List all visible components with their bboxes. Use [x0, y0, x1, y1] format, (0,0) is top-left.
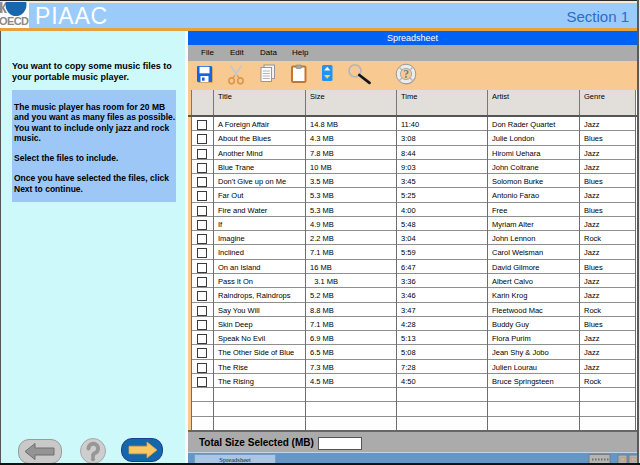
- svg-text:OECD: OECD: [0, 15, 29, 27]
